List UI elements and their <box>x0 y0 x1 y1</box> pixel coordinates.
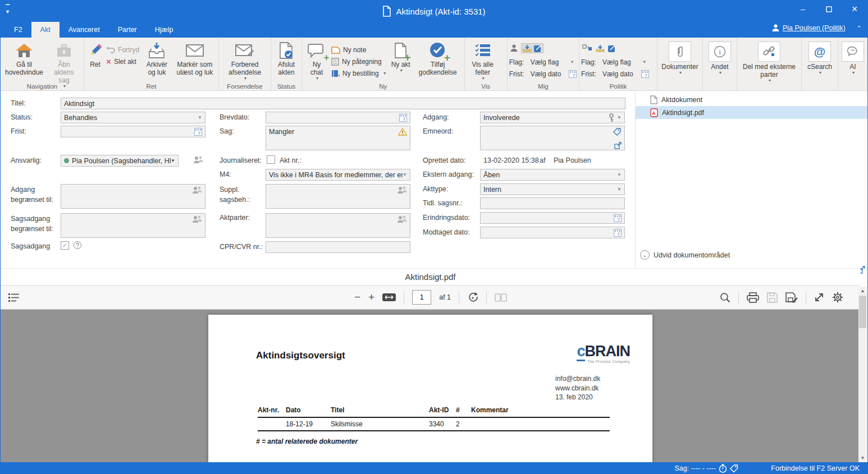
oprettet-dato-label: Oprettet dato: <box>423 157 465 164</box>
edit-square-icon[interactable] <box>608 44 616 52</box>
close-button[interactable]: ✕ <box>842 1 867 17</box>
aktparter-field[interactable] <box>266 213 410 238</box>
sagsadgang-checkbox[interactable]: ✓ <box>61 241 69 250</box>
two-page-view-icon[interactable] <box>495 292 507 302</box>
calendar-icon[interactable] <box>614 214 622 222</box>
calendar-icon[interactable] <box>194 128 202 136</box>
scroll-down-arrow[interactable]: ▼ <box>858 454 867 462</box>
adgang-dropdown[interactable]: Involverede ▼ <box>480 112 625 123</box>
edit-square-icon[interactable] <box>534 44 542 52</box>
politik-vaelg-dato[interactable]: Vælg dato <box>602 70 633 78</box>
tidl-sagsnr-field[interactable] <box>480 197 625 209</box>
rotate-icon[interactable] <box>467 292 478 303</box>
zoom-in-button[interactable]: + <box>368 291 374 303</box>
adgang-begraenset-field[interactable] <box>61 184 205 209</box>
ansvarlig-field[interactable]: Pia Poulsen (Sagsbehandler, HR) ▼ <box>61 155 179 167</box>
pdf-scrollbar[interactable]: ▲ ▼ <box>858 287 867 462</box>
ekstern-adgang-dropdown[interactable]: Åben▼ <box>480 169 625 181</box>
tab-hjaelp[interactable]: Hjælp <box>146 22 182 38</box>
ret-button[interactable]: Ret <box>86 39 104 68</box>
save-icon[interactable] <box>767 292 778 303</box>
marker-ulaest-button[interactable]: Markér som ulæst og luk <box>173 39 217 76</box>
mig-flag-dropdown[interactable]: ▼ <box>570 59 574 65</box>
sagsadgang-begraenset-field[interactable] <box>61 213 205 238</box>
calendar-icon[interactable] <box>569 70 577 78</box>
ny-paategning-button[interactable]: Ny påtegning <box>330 56 389 67</box>
ny-akt-button[interactable]: + Ny akt▼ <box>389 39 413 72</box>
calendar-icon[interactable] <box>399 114 407 122</box>
politik-flag-dropdown[interactable]: ▼ <box>642 59 647 65</box>
expand-document-area[interactable]: ⌄ Udvid dokumentområdet <box>640 250 730 260</box>
tab-parter[interactable]: Parter <box>109 22 146 38</box>
del-med-eksterne-button[interactable]: Del med eksterne parter▼ <box>739 39 800 82</box>
document-panel: Aktdokument A Aktindsigt.pdf ⌄ Udvid dok… <box>635 91 868 268</box>
arkiver-og-luk-button[interactable]: Arkivér og luk <box>141 39 173 76</box>
fullscreen-icon[interactable] <box>814 292 824 302</box>
csearch-button[interactable]: @ cSearch▼ <box>803 39 836 75</box>
help-icon[interactable]: ? <box>74 241 81 249</box>
minimize-button[interactable]: – <box>790 1 816 17</box>
flag-tray-icon[interactable] <box>523 44 532 52</box>
frist-field[interactable] <box>61 126 205 137</box>
document-item-aktindsigt-pdf[interactable]: A Aktindsigt.pdf <box>636 106 868 119</box>
calendar-icon[interactable] <box>614 229 622 237</box>
tab-f2[interactable]: F2 <box>5 22 31 38</box>
pdf-viewer[interactable]: Aktindsigtsoversigt cBRAIN The Process C… <box>1 310 860 462</box>
erindringsdato-field[interactable] <box>480 212 625 224</box>
user-link[interactable]: Pia Poulsen (Politik) <box>783 24 846 32</box>
scroll-up-arrow[interactable]: ▲ <box>858 287 867 295</box>
slet-akt-button[interactable]: × Slet akt <box>104 56 141 67</box>
brevdato-field[interactable] <box>266 112 410 123</box>
save-as-icon[interactable] <box>785 292 798 303</box>
stopwatch-icon[interactable] <box>719 464 727 473</box>
suppl-sagsbeh-field[interactable] <box>266 184 410 209</box>
andet-button[interactable]: i Andet▼ <box>705 39 735 75</box>
ny-chat-button[interactable]: + Ny chat▼ <box>304 39 330 80</box>
outline-list-icon[interactable] <box>8 293 20 302</box>
afslut-akten-button[interactable]: Afslut akten <box>273 39 300 76</box>
cpr-cvr-field[interactable] <box>266 241 410 253</box>
emneord-field[interactable] <box>480 126 625 150</box>
collapse-ribbon-icon[interactable]: ⌃ <box>857 25 862 32</box>
tab-akt[interactable]: Akt <box>31 22 60 38</box>
dokumenter-button[interactable]: Dokumenter▼ <box>659 39 701 75</box>
modtaget-dato-field[interactable] <box>480 227 625 238</box>
document-item-aktdokument[interactable]: Aktdokument <box>636 93 868 106</box>
goto-main-window-button[interactable]: Gå til hovedvindue <box>2 39 46 76</box>
ai-button[interactable]: AI▼ <box>840 39 866 75</box>
search-icon[interactable] <box>720 292 730 303</box>
forbered-afsendelse-button[interactable]: Forbered afsendelse▼ <box>221 39 269 80</box>
open-case-button[interactable]: Åbn aktens sag▼ <box>46 39 82 88</box>
checklist-icon <box>474 42 491 59</box>
status-dropdown[interactable]: Behandles▼ <box>61 112 205 123</box>
titel-field[interactable]: Aktindsigt <box>61 98 625 109</box>
journaliseret-checkbox[interactable] <box>267 155 275 164</box>
flag-tray-icon[interactable] <box>596 44 605 52</box>
vis-alle-felter-button[interactable]: Vis alle felter▼ <box>467 39 499 80</box>
journaliseret-label: Journaliseret: <box>220 157 262 164</box>
mig-vaelg-dato[interactable]: Vælg dato <box>531 70 561 78</box>
tag-icon[interactable] <box>730 464 738 473</box>
sag-field[interactable]: Mangler <box>266 126 410 150</box>
tab-avanceret[interactable]: Avanceret <box>60 22 109 38</box>
settings-gear-icon[interactable] <box>832 292 843 303</box>
m4-dropdown[interactable]: Vis ikke i MR4 Basis for medlemmer, der … <box>266 169 410 181</box>
print-icon[interactable] <box>747 292 759 303</box>
fit-width-icon[interactable] <box>382 293 396 302</box>
mig-vaelg-flag[interactable]: Vælg flag <box>531 58 559 66</box>
politik-vaelg-flag[interactable]: Vælg flag <box>602 58 631 66</box>
scrollbar-thumb[interactable] <box>859 296 866 328</box>
people-icon[interactable] <box>193 156 203 164</box>
calendar-icon[interactable] <box>641 70 649 78</box>
tag-icon[interactable] <box>613 128 622 136</box>
zoom-out-button[interactable]: − <box>354 291 360 303</box>
maximize-button[interactable] <box>816 1 842 17</box>
org-chart-icon <box>582 44 592 52</box>
tilfoej-godkendelse-button[interactable]: + Tilføj godkendelse <box>413 39 463 76</box>
akttype-dropdown[interactable]: Intern▼ <box>480 183 625 195</box>
expand-field-icon[interactable] <box>614 142 622 149</box>
fortryd-button[interactable]: Fortryd <box>104 44 141 56</box>
ny-note-button[interactable]: Ny note <box>330 44 389 56</box>
page-number-input[interactable] <box>412 290 431 305</box>
ny-bestilling-button[interactable]: + Ny bestilling▼ <box>330 67 389 79</box>
